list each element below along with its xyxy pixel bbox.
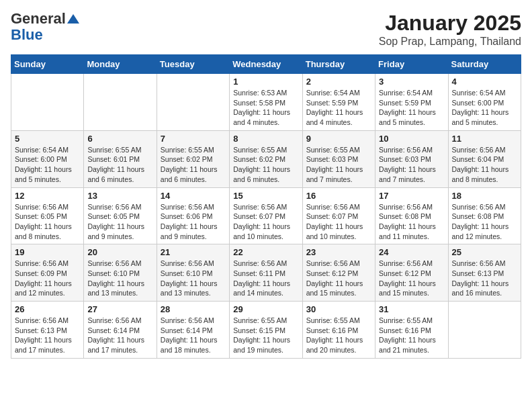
title-block: January 2025 Sop Prap, Lampang, Thailand xyxy=(379,11,521,48)
calendar-day: 25Sunrise: 6:56 AMSunset: 6:13 PMDayligh… xyxy=(448,244,521,302)
day-info: Sunrise: 6:55 AMSunset: 6:16 PMDaylight:… xyxy=(306,316,371,355)
weekday-header-friday: Friday xyxy=(375,55,448,74)
day-number: 1 xyxy=(233,77,298,87)
weekday-header-monday: Monday xyxy=(84,55,157,74)
day-info: Sunrise: 6:56 AMSunset: 6:10 PMDaylight:… xyxy=(87,259,152,298)
day-info: Sunrise: 6:55 AMSunset: 6:15 PMDaylight:… xyxy=(233,316,298,355)
day-number: 6 xyxy=(87,134,152,144)
day-info: Sunrise: 6:56 AMSunset: 6:05 PMDaylight:… xyxy=(87,202,152,242)
day-info: Sunrise: 6:54 AMSunset: 6:00 PMDaylight:… xyxy=(15,145,80,185)
weekday-header-wednesday: Wednesday xyxy=(230,55,302,74)
day-number: 11 xyxy=(452,134,517,144)
calendar-day: 7Sunrise: 6:55 AMSunset: 6:02 PMDaylight… xyxy=(157,130,229,187)
day-number: 29 xyxy=(233,304,298,314)
calendar-body: 1Sunrise: 6:53 AMSunset: 5:58 PMDaylight… xyxy=(11,74,521,359)
day-number: 5 xyxy=(15,134,80,144)
day-info: Sunrise: 6:55 AMSunset: 6:02 PMDaylight:… xyxy=(233,145,298,185)
day-info: Sunrise: 6:56 AMSunset: 6:07 PMDaylight:… xyxy=(233,202,298,242)
day-info: Sunrise: 6:53 AMSunset: 5:58 PMDaylight:… xyxy=(233,88,298,128)
calendar-day: 9Sunrise: 6:55 AMSunset: 6:03 PMDaylight… xyxy=(302,130,375,187)
calendar-day: 14Sunrise: 6:56 AMSunset: 6:06 PMDayligh… xyxy=(157,187,229,244)
calendar-day: 13Sunrise: 6:56 AMSunset: 6:05 PMDayligh… xyxy=(84,187,157,244)
day-number: 7 xyxy=(161,134,226,144)
calendar-table: SundayMondayTuesdayWednesdayThursdayFrid… xyxy=(11,54,521,359)
day-info: Sunrise: 6:56 AMSunset: 6:09 PMDaylight:… xyxy=(15,259,80,298)
day-info: Sunrise: 6:55 AMSunset: 6:02 PMDaylight:… xyxy=(161,145,226,185)
day-number: 26 xyxy=(15,304,80,314)
calendar-day: 5Sunrise: 6:54 AMSunset: 6:00 PMDaylight… xyxy=(11,130,84,187)
svg-marker-0 xyxy=(67,14,79,24)
day-number: 22 xyxy=(233,247,298,257)
page-subtitle: Sop Prap, Lampang, Thailand xyxy=(379,36,521,48)
calendar-day: 4Sunrise: 6:54 AMSunset: 6:00 PMDaylight… xyxy=(448,74,521,131)
calendar-day: 6Sunrise: 6:55 AMSunset: 6:01 PMDaylight… xyxy=(84,130,157,187)
calendar-day xyxy=(84,74,157,131)
day-number: 23 xyxy=(306,247,371,257)
day-number: 12 xyxy=(15,191,80,201)
day-info: Sunrise: 6:54 AMSunset: 5:59 PMDaylight:… xyxy=(306,88,371,128)
day-number: 18 xyxy=(452,191,517,201)
calendar-day: 28Sunrise: 6:56 AMSunset: 6:14 PMDayligh… xyxy=(157,302,229,359)
day-number: 9 xyxy=(306,134,371,144)
calendar-day: 24Sunrise: 6:56 AMSunset: 6:12 PMDayligh… xyxy=(375,244,448,302)
day-number: 17 xyxy=(379,191,444,201)
calendar-week-4: 19Sunrise: 6:56 AMSunset: 6:09 PMDayligh… xyxy=(11,244,521,302)
day-number: 13 xyxy=(87,191,152,201)
day-number: 14 xyxy=(161,191,226,201)
calendar-day: 26Sunrise: 6:56 AMSunset: 6:13 PMDayligh… xyxy=(11,302,84,359)
page-title: January 2025 xyxy=(379,11,521,36)
day-number: 31 xyxy=(379,304,444,314)
day-info: Sunrise: 6:54 AMSunset: 5:59 PMDaylight:… xyxy=(379,88,444,128)
calendar-day: 22Sunrise: 6:56 AMSunset: 6:11 PMDayligh… xyxy=(230,244,302,302)
day-info: Sunrise: 6:56 AMSunset: 6:03 PMDaylight:… xyxy=(379,145,444,185)
day-number: 28 xyxy=(161,304,226,314)
day-number: 15 xyxy=(233,191,298,201)
calendar-day: 12Sunrise: 6:56 AMSunset: 6:05 PMDayligh… xyxy=(11,187,84,244)
day-number: 10 xyxy=(379,134,444,144)
calendar-day xyxy=(448,302,521,359)
calendar-day: 11Sunrise: 6:56 AMSunset: 6:04 PMDayligh… xyxy=(448,130,521,187)
calendar-day: 27Sunrise: 6:56 AMSunset: 6:14 PMDayligh… xyxy=(84,302,157,359)
day-number: 21 xyxy=(161,247,226,257)
day-info: Sunrise: 6:56 AMSunset: 6:13 PMDaylight:… xyxy=(15,316,80,355)
calendar-day: 2Sunrise: 6:54 AMSunset: 5:59 PMDaylight… xyxy=(302,74,375,131)
calendar-header: SundayMondayTuesdayWednesdayThursdayFrid… xyxy=(11,55,521,74)
calendar-day: 31Sunrise: 6:55 AMSunset: 6:16 PMDayligh… xyxy=(375,302,448,359)
day-info: Sunrise: 6:56 AMSunset: 6:14 PMDaylight:… xyxy=(161,316,226,355)
logo: General Blue xyxy=(11,11,79,43)
weekday-header-saturday: Saturday xyxy=(448,55,521,74)
day-info: Sunrise: 6:56 AMSunset: 6:12 PMDaylight:… xyxy=(306,259,371,298)
calendar-day xyxy=(11,74,84,131)
calendar-week-2: 5Sunrise: 6:54 AMSunset: 6:00 PMDaylight… xyxy=(11,130,521,187)
day-info: Sunrise: 6:56 AMSunset: 6:14 PMDaylight:… xyxy=(87,316,152,355)
day-info: Sunrise: 6:56 AMSunset: 6:08 PMDaylight:… xyxy=(379,202,444,242)
day-info: Sunrise: 6:56 AMSunset: 6:13 PMDaylight:… xyxy=(452,259,517,298)
calendar-day: 8Sunrise: 6:55 AMSunset: 6:02 PMDaylight… xyxy=(230,130,302,187)
day-number: 20 xyxy=(87,247,152,257)
calendar-day: 17Sunrise: 6:56 AMSunset: 6:08 PMDayligh… xyxy=(375,187,448,244)
day-number: 25 xyxy=(452,247,517,257)
day-number: 19 xyxy=(15,247,80,257)
calendar-day: 20Sunrise: 6:56 AMSunset: 6:10 PMDayligh… xyxy=(84,244,157,302)
page-header: General Blue January 2025 Sop Prap, Lamp… xyxy=(11,11,521,48)
calendar-day: 16Sunrise: 6:56 AMSunset: 6:07 PMDayligh… xyxy=(302,187,375,244)
day-number: 27 xyxy=(87,304,152,314)
day-info: Sunrise: 6:56 AMSunset: 6:10 PMDaylight:… xyxy=(161,259,226,298)
logo-blue: Blue xyxy=(11,27,43,43)
day-number: 24 xyxy=(379,247,444,257)
day-number: 16 xyxy=(306,191,371,201)
calendar-week-5: 26Sunrise: 6:56 AMSunset: 6:13 PMDayligh… xyxy=(11,302,521,359)
weekday-row: SundayMondayTuesdayWednesdayThursdayFrid… xyxy=(11,55,521,74)
day-info: Sunrise: 6:56 AMSunset: 6:07 PMDaylight:… xyxy=(306,202,371,242)
calendar-week-3: 12Sunrise: 6:56 AMSunset: 6:05 PMDayligh… xyxy=(11,187,521,244)
day-number: 30 xyxy=(306,304,371,314)
day-number: 2 xyxy=(306,77,371,87)
calendar-day: 30Sunrise: 6:55 AMSunset: 6:16 PMDayligh… xyxy=(302,302,375,359)
day-info: Sunrise: 6:56 AMSunset: 6:12 PMDaylight:… xyxy=(379,259,444,298)
calendar-day: 1Sunrise: 6:53 AMSunset: 5:58 PMDaylight… xyxy=(230,74,302,131)
day-info: Sunrise: 6:56 AMSunset: 6:08 PMDaylight:… xyxy=(452,202,517,242)
calendar-day: 21Sunrise: 6:56 AMSunset: 6:10 PMDayligh… xyxy=(157,244,229,302)
weekday-header-thursday: Thursday xyxy=(302,55,375,74)
day-info: Sunrise: 6:55 AMSunset: 6:01 PMDaylight:… xyxy=(87,145,152,185)
calendar-week-1: 1Sunrise: 6:53 AMSunset: 5:58 PMDaylight… xyxy=(11,74,521,131)
